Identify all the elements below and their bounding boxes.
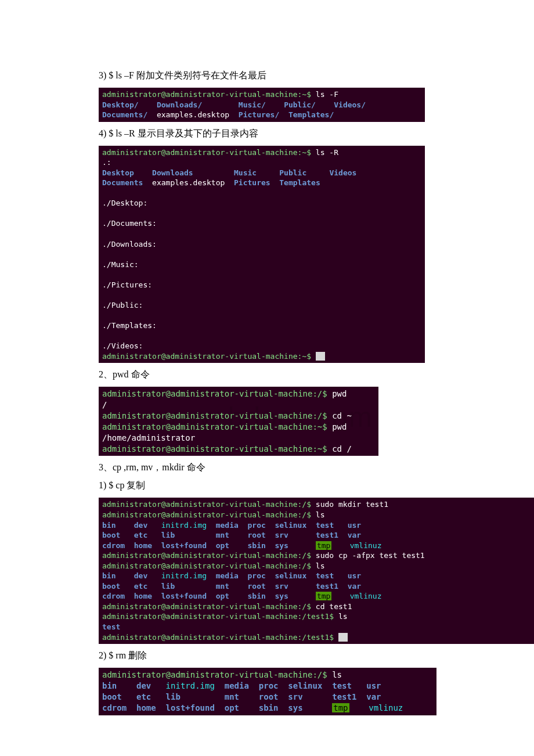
entry: Desktop [102, 168, 134, 177]
entry: initrd.img [161, 521, 207, 530]
subdir: ./Templates: [102, 321, 157, 330]
entry: var [348, 531, 361, 539]
entry: tmp [332, 703, 349, 712]
entry: lost+found [166, 703, 215, 712]
entry: root [248, 531, 266, 539]
terminal-lsR: administrator@administrator-virtual-mach… [99, 146, 425, 363]
entry: media [225, 681, 249, 690]
entry: sbin [248, 541, 266, 550]
entry: sys [275, 592, 288, 600]
entry: dev [134, 571, 147, 580]
entry: usr [348, 521, 361, 530]
entry: proc [248, 521, 266, 530]
prompt: administrator@administrator-virtual-mach… [102, 551, 311, 560]
entry: sys [288, 703, 302, 712]
prompt: administrator@administrator-virtual-mach… [102, 422, 327, 431]
prompt: administrator@administrator-virtual-mach… [102, 612, 334, 621]
entry: bin [102, 681, 117, 690]
entry: lib [161, 531, 175, 539]
cmd: cd ~ [332, 411, 352, 420]
prompt: administrator@administrator-virtual-mach… [102, 510, 311, 519]
entry: test [332, 681, 352, 690]
cmd: ls [316, 561, 325, 570]
cursor-icon [338, 633, 348, 642]
entry: lib [161, 582, 175, 591]
cmd: pwd [332, 389, 347, 398]
prompt: administrator@administrator-virtual-mach… [102, 352, 311, 361]
entry: cdrom [102, 703, 127, 712]
entry: usr [366, 681, 381, 690]
dot: .: [102, 158, 111, 167]
entry: Templates/ [288, 110, 334, 119]
entry: var [366, 692, 381, 701]
entry: sys [275, 541, 288, 550]
entry: etc [134, 531, 147, 539]
heading-lsF: 3) $ ls –F 附加文件类别符号在文件名最后 [99, 70, 435, 82]
heading-pwd: 2、pwd 命令 [99, 369, 435, 381]
prompt: administrator@administrator-virtual-mach… [102, 90, 311, 99]
prompt: administrator@administrator-virtual-mach… [102, 500, 311, 509]
subdir: ./Music: [102, 260, 139, 269]
terminal-pwd: administrator@administrator-virtual-mach… [99, 387, 378, 456]
prompt: administrator@administrator-virtual-mach… [102, 670, 327, 679]
entry: sbin [248, 592, 266, 600]
terminal-cp: administrator@administrator-virtual-mach… [99, 498, 534, 644]
subdir: ./Videos: [102, 341, 143, 350]
cmd: ls [332, 670, 342, 679]
entry: boot [102, 692, 122, 701]
entry: selinux [275, 571, 306, 580]
heading-cp-section: 3、cp ,rm, mv，mkdir 命令 [99, 462, 435, 474]
cmd: ls [316, 510, 325, 519]
prompt: administrator@administrator-virtual-mach… [102, 148, 311, 157]
entry: tmp [316, 541, 331, 550]
entry: initrd.img [166, 681, 215, 690]
cursor-icon [316, 352, 325, 361]
cmd: cd / [332, 444, 352, 453]
entry: test [316, 521, 334, 530]
entry: mnt [216, 582, 229, 591]
entry: root [248, 582, 266, 591]
entry: test1 [316, 582, 338, 591]
entry: Desktop/ [102, 100, 139, 109]
entry: srv [275, 531, 288, 539]
entry: test1 [332, 692, 356, 701]
entry: vmlinuz [350, 541, 382, 550]
entry: Public [279, 168, 306, 177]
entry: bin [102, 571, 116, 580]
entry: root [259, 692, 279, 701]
cmd: sudo mkdir test1 [316, 500, 388, 509]
entry: lost+found [161, 541, 207, 550]
entry: home [134, 541, 152, 550]
entry: Downloads [152, 168, 193, 177]
output: / [102, 400, 107, 409]
entry: Pictures/ [239, 110, 279, 119]
prompt: administrator@administrator-virtual-mach… [102, 561, 311, 570]
terminal-lsF: administrator@administrator-virtual-mach… [99, 88, 425, 122]
entry: etc [136, 692, 151, 701]
entry: usr [348, 571, 361, 580]
entry: test [102, 622, 120, 631]
entry: examples.desktop [157, 110, 229, 119]
entry: srv [275, 582, 288, 591]
entry: Videos/ [334, 100, 366, 109]
heading-cp: 1) $ cp 复制 [99, 480, 435, 492]
document-page: 3) $ ls –F 附加文件类别符号在文件名最后 administrator@… [0, 0, 534, 739]
entry: srv [288, 692, 302, 701]
entry: boot [102, 582, 120, 591]
entry: tmp [316, 592, 331, 600]
prompt: administrator@administrator-virtual-mach… [102, 411, 327, 420]
cmd: cd test1 [316, 602, 352, 611]
entry: mnt [225, 692, 239, 701]
entry: dev [134, 521, 147, 530]
prompt: administrator@administrator-virtual-mach… [102, 633, 334, 642]
entry: home [136, 703, 156, 712]
entry: cdrom [102, 541, 125, 550]
entry: Public/ [284, 100, 316, 109]
entry: vmlinuz [350, 592, 382, 600]
entry: lost+found [161, 592, 207, 600]
heading-lsR: 4) $ ls –R 显示目录及其下的子目录内容 [99, 128, 435, 140]
entry: test1 [316, 531, 338, 539]
cmd: sudo cp -afpx test test1 [316, 551, 425, 560]
entry: media [216, 571, 239, 580]
entry: Templates [279, 178, 320, 187]
